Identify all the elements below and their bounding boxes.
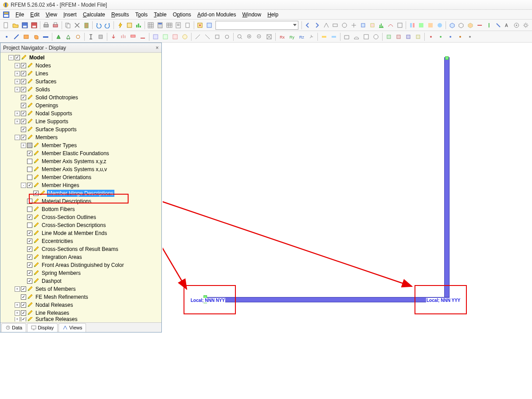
tb2-mat[interactable] [96, 32, 105, 41]
tb2-e1[interactable] [426, 32, 435, 41]
tb2-node[interactable] [2, 32, 11, 41]
tb-v3[interactable] [340, 21, 349, 30]
tb-next[interactable] [313, 21, 321, 30]
tb2-c3[interactable] [404, 32, 413, 41]
tb-report[interactable] [174, 21, 183, 30]
tb2-g7[interactable] [213, 32, 222, 41]
app-menu-icon[interactable] [3, 11, 10, 18]
tb2-g3[interactable] [171, 32, 180, 41]
tb2-m2[interactable] [329, 32, 338, 41]
tb2-p2[interactable] [352, 32, 361, 41]
menu-addon[interactable]: Add-on Modules [194, 11, 239, 19]
tb2-load2[interactable] [119, 32, 128, 41]
tb-z[interactable] [494, 21, 502, 30]
tb-paste[interactable] [82, 21, 90, 30]
tb2-surf[interactable] [22, 32, 31, 41]
tb2-support3[interactable] [74, 32, 82, 41]
tb-v7[interactable] [377, 21, 386, 30]
tb-bolt[interactable] [116, 21, 124, 30]
menu-results[interactable]: Results [108, 11, 132, 19]
tb2-c4[interactable] [414, 32, 422, 41]
tb2-load3[interactable] [129, 32, 137, 41]
tb2-rxyz[interactable] [307, 32, 316, 41]
menu-window[interactable]: Window [239, 11, 265, 19]
tb-v2[interactable] [331, 21, 340, 30]
tb-x[interactable] [476, 21, 484, 30]
menu-edit[interactable]: Edit [27, 11, 43, 19]
tb2-e5[interactable] [466, 32, 474, 41]
tb2-support1[interactable] [54, 32, 63, 41]
tb2-ry[interactable]: Ry [287, 32, 296, 41]
tb-iso[interactable] [448, 21, 456, 30]
loadcase-combo[interactable] [215, 21, 298, 30]
tb-v8[interactable] [387, 21, 395, 30]
tb2-g5[interactable] [193, 32, 202, 41]
tb2-rz[interactable]: Rz [297, 32, 306, 41]
tb2-support2[interactable] [64, 32, 73, 41]
tb-v9[interactable] [396, 21, 404, 30]
tb-save-red[interactable] [30, 21, 38, 30]
tb2-g8[interactable] [223, 32, 231, 41]
tb-module[interactable] [196, 21, 204, 30]
tb-wireframe[interactable] [457, 21, 466, 30]
tb2-zoom3[interactable] [255, 32, 264, 41]
tb-open[interactable] [12, 21, 20, 30]
tb-module2[interactable] [205, 21, 213, 30]
menu-help[interactable]: Help [264, 11, 282, 19]
tb2-load4[interactable] [138, 32, 147, 41]
tb2-g6[interactable] [203, 32, 212, 41]
tb2-p4[interactable] [372, 32, 380, 41]
tb-r2[interactable] [417, 21, 426, 30]
tb-v6[interactable] [368, 21, 376, 30]
tb2-c1[interactable] [384, 32, 393, 41]
tb-v4[interactable] [350, 21, 358, 30]
tb-r3[interactable] [426, 21, 435, 30]
tb2-g4[interactable] [180, 32, 189, 41]
menu-options[interactable]: Options [170, 11, 194, 19]
tb2-member[interactable] [41, 32, 50, 41]
tb2-g1[interactable] [151, 32, 160, 41]
tb2-e2[interactable] [436, 32, 445, 41]
tb-cut[interactable] [73, 21, 81, 30]
tb2-zoomfit[interactable] [265, 32, 274, 41]
tb2-zoom2[interactable] [245, 32, 254, 41]
tb-results-icon[interactable] [134, 21, 143, 30]
tb-sections[interactable] [184, 21, 192, 30]
tb-prev[interactable] [304, 21, 312, 30]
tb-copy[interactable] [64, 21, 72, 30]
tb-gear[interactable] [522, 21, 530, 30]
tb2-rx[interactable]: Rx [278, 32, 286, 41]
tb-calculator[interactable] [156, 21, 164, 30]
tb2-solid[interactable] [31, 32, 40, 41]
menu-tools[interactable]: Tools [132, 11, 151, 19]
tb-save[interactable] [21, 21, 29, 30]
tb-print[interactable] [42, 21, 51, 30]
tb-new[interactable] [2, 21, 11, 30]
tb2-sect[interactable] [86, 32, 95, 41]
tb-undo[interactable] [94, 21, 103, 30]
tb2-m1[interactable] [320, 32, 329, 41]
tb-grid[interactable] [147, 21, 155, 30]
menu-calculate[interactable]: Calculate [80, 11, 108, 19]
tb-v5[interactable] [359, 21, 367, 30]
tb-y[interactable] [485, 21, 493, 30]
tb2-line[interactable] [12, 32, 21, 41]
menu-file[interactable]: File [12, 11, 27, 19]
tb2-load1[interactable] [109, 32, 118, 41]
tb-a1[interactable]: A [503, 21, 512, 30]
tb-a2[interactable] [512, 21, 521, 30]
tb-v1[interactable] [322, 21, 330, 30]
menu-table[interactable]: Table [151, 11, 170, 19]
menu-insert[interactable]: Insert [60, 11, 80, 19]
tb-loadcase[interactable] [125, 21, 133, 30]
tb2-e4[interactable] [456, 32, 465, 41]
tb2-g2[interactable] [161, 32, 170, 41]
tb2-p1[interactable] [342, 32, 351, 41]
tb2-c2[interactable] [394, 32, 403, 41]
tb2-p3[interactable] [362, 32, 371, 41]
tb2-zoom1[interactable] [235, 32, 244, 41]
tb-r1[interactable] [408, 21, 416, 30]
tb-r4[interactable] [436, 21, 444, 30]
tb2-e3[interactable] [446, 32, 455, 41]
tb-print-red[interactable] [51, 21, 60, 30]
